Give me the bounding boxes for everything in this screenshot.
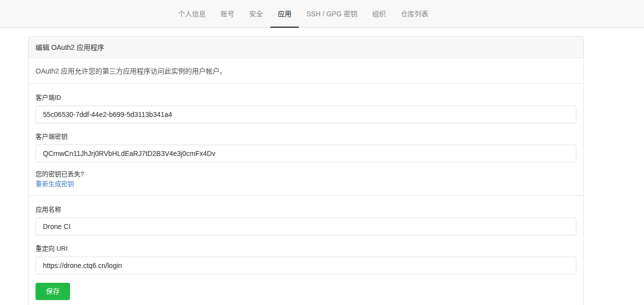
- tab-applications[interactable]: 应用: [270, 0, 299, 28]
- form-divider: [29, 195, 583, 196]
- client-secret-label: 客户端密钥: [36, 131, 576, 141]
- settings-content: 编辑 OAuth2 应用程序 OAuth2 应用允许您的第三方应用程序访问此实例…: [0, 28, 644, 305]
- redirect-uri-field: 重定向 URI: [36, 243, 576, 274]
- app-name-label: 应用名称: [36, 204, 576, 214]
- settings-tab-bar: 个人信息 账号 安全 应用 SSH / GPG 密钥 组织 仓库列表: [0, 0, 644, 28]
- client-secret-input[interactable]: [36, 145, 576, 162]
- app-name-field: 应用名称: [36, 204, 576, 235]
- client-secret-field: 客户端密钥: [36, 131, 576, 162]
- oauth2-edit-panel: 编辑 OAuth2 应用程序 OAuth2 应用允许您的第三方应用程序访问此实例…: [28, 36, 584, 305]
- panel-title: 编辑 OAuth2 应用程序: [29, 37, 583, 58]
- oauth2-description: OAuth2 应用允许您的第三方应用程序访问此实例的用户帐户。: [29, 58, 583, 84]
- tab-repositories[interactable]: 仓库列表: [394, 0, 436, 28]
- tab-profile[interactable]: 个人信息: [171, 0, 213, 28]
- redirect-uri-label: 重定向 URI: [36, 243, 576, 253]
- client-id-label: 客户端ID: [36, 92, 576, 102]
- tab-organizations[interactable]: 组织: [365, 0, 394, 28]
- client-id-input[interactable]: [36, 106, 576, 123]
- settings-tab-strip: 个人信息 账号 安全 应用 SSH / GPG 密钥 组织 仓库列表: [171, 0, 435, 28]
- client-id-field: 客户端ID: [36, 92, 576, 123]
- oauth2-edit-form: 客户端ID 客户端密钥 您的密钥已丢失? 重新生成密钥 应用名称 重定向 URI…: [29, 84, 583, 305]
- secret-lost-block: 您的密钥已丢失? 重新生成密钥: [36, 169, 576, 189]
- secret-lost-text: 您的密钥已丢失?: [36, 170, 84, 178]
- regenerate-secret-link[interactable]: 重新生成密钥: [36, 179, 74, 189]
- app-name-input[interactable]: [36, 218, 576, 235]
- save-button[interactable]: 保存: [36, 283, 70, 300]
- tab-account[interactable]: 账号: [213, 0, 242, 28]
- tab-security[interactable]: 安全: [242, 0, 270, 28]
- tab-ssh-gpg-keys[interactable]: SSH / GPG 密钥: [299, 0, 364, 28]
- redirect-uri-input[interactable]: [36, 257, 576, 274]
